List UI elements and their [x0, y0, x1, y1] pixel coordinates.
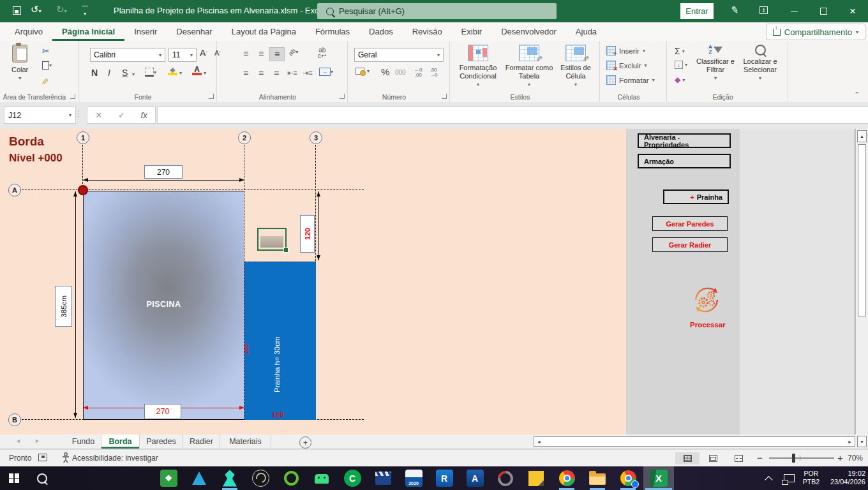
sort-filter-button[interactable]: AZ Classificar e Filtrar ▾ [695, 45, 736, 82]
insert-function-icon[interactable]: fx [141, 110, 147, 120]
tab-revisao[interactable]: Revisão [403, 22, 452, 41]
tab-formulas[interactable]: Fórmulas [306, 22, 359, 41]
sheet-tab-paredes[interactable]: Paredes [140, 434, 183, 449]
taskbar-teal-figure-app[interactable] [214, 466, 245, 490]
font-dialog-launcher[interactable] [209, 94, 214, 99]
taskbar-green-ring-app[interactable] [276, 466, 306, 490]
taskbar-search-button[interactable] [28, 466, 56, 490]
zoom-slider-track[interactable] [769, 457, 834, 459]
clipboard-dialog-launcher[interactable] [70, 94, 75, 99]
taskbar-autodesk-a-app[interactable]: A [460, 466, 490, 490]
italic-button[interactable]: I [108, 68, 110, 78]
taskbar-sticky-notes[interactable] [521, 466, 551, 490]
new-sheet-button[interactable]: + [299, 436, 311, 449]
armacao-button[interactable]: Armação [638, 154, 731, 168]
vertical-scroll-thumb[interactable] [858, 144, 866, 316]
taskbar-android-emulator[interactable] [306, 466, 337, 490]
accounting-format-button[interactable]: ▾ [355, 68, 370, 75]
align-bottom-button[interactable]: ≡ [269, 47, 285, 61]
taskbar-excel[interactable]: X [643, 466, 674, 490]
enter-icon[interactable]: ✓ [118, 110, 125, 120]
taskbar-obs-studio[interactable] [245, 466, 276, 490]
sheet-nav-right-icon[interactable]: ► [34, 438, 40, 444]
formula-input[interactable] [157, 107, 868, 124]
page-layout-view-button[interactable] [701, 452, 725, 464]
taskbar-camtasia[interactable]: C [337, 466, 368, 490]
vertical-scrollbar[interactable]: ▲ [855, 129, 868, 434]
font-color-button[interactable]: A [192, 66, 202, 75]
number-dialog-launcher[interactable] [442, 94, 447, 99]
align-middle-button[interactable]: ≡ [254, 47, 268, 60]
tab-pagina-inicial[interactable]: Página Inicial [52, 22, 124, 41]
zoom-out-button[interactable]: − [757, 452, 763, 463]
underline-options-chevron[interactable]: ▾ [132, 71, 135, 77]
tab-ajuda[interactable]: Ajuda [566, 22, 606, 41]
scroll-left-button[interactable]: ◄ [535, 438, 543, 445]
format-as-table-button[interactable]: ✎ Formatar como Tabela ▾ [504, 45, 555, 89]
clock-tray[interactable]: 19:02 23/04/2026 [823, 470, 865, 486]
comma-style-button[interactable]: 000 [395, 69, 406, 76]
wrap-text-button[interactable]: abc↩ [318, 47, 326, 59]
conditional-formatting-button[interactable]: Formatação Condicional ▾ [455, 45, 501, 89]
taskbar-chrome-profile[interactable] [613, 466, 643, 490]
ribbon-display-options-icon[interactable]: ↥ [760, 6, 768, 14]
font-name-combo[interactable]: Calibri▾ [90, 48, 165, 62]
tab-layout-da-pagina[interactable]: Layout da Página [222, 22, 306, 41]
taskbar-chrome[interactable] [551, 466, 582, 490]
tab-inserir[interactable]: Inserir [124, 22, 167, 41]
align-left-button[interactable]: ≡ [239, 66, 253, 79]
number-format-combo[interactable]: Geral▾ [354, 48, 444, 62]
increase-decimal-button[interactable]: ←0,00 [414, 68, 422, 78]
copy-button[interactable]: ▾ [42, 61, 52, 70]
taskbar-dark-swirl-app[interactable] [490, 466, 521, 490]
bold-button[interactable]: N [91, 68, 98, 78]
scroll-up-button[interactable]: ▲ [857, 130, 867, 142]
selected-cell[interactable] [257, 228, 287, 251]
alvenaria-properties-button[interactable]: Alvenaria - Propriedades [638, 133, 731, 148]
network-tray-icon[interactable] [784, 474, 795, 482]
decrease-decimal-button[interactable]: ,00→0 [430, 68, 437, 78]
customize-quick-access-icon[interactable]: ▾ [82, 6, 88, 20]
taskbar-revit[interactable]: R [429, 466, 460, 490]
gerar-paredes-button[interactable]: Gerar Paredes [652, 216, 728, 231]
zoom-in-button[interactable]: + [837, 452, 843, 463]
page-break-view-button[interactable] [726, 452, 751, 464]
delete-cells-button[interactable]: ✕ Excluir▾ [606, 61, 647, 70]
save-icon[interactable] [13, 6, 21, 15]
format-painter-button[interactable]: ✎ [40, 78, 50, 85]
sheet-tab-materiais[interactable]: Materiais [220, 434, 271, 449]
tab-dados[interactable]: Dados [359, 22, 403, 41]
cancel-icon[interactable]: ✕ [95, 110, 102, 120]
taskbar-app-2020[interactable]: 2020 [398, 466, 429, 490]
share-button[interactable]: Compartilhamento ▾ [766, 24, 865, 40]
increase-font-button[interactable]: Aˆ [200, 48, 207, 58]
accessibility-status[interactable]: Acessibilidade: investigar [72, 454, 158, 463]
cut-button[interactable]: ✂ [42, 46, 50, 56]
orientation-button[interactable]: ab▾ [288, 48, 298, 56]
borders-button[interactable]: ▾ [145, 68, 156, 77]
minimize-button[interactable] [781, 0, 807, 22]
search-box[interactable]: Pesquisar (Alt+G) [317, 3, 557, 19]
insert-cells-button[interactable]: ＋ Inserir▾ [606, 46, 645, 56]
collapse-ribbon-button[interactable]: ⌃ [854, 91, 860, 99]
gerar-radier-button[interactable]: Gerar Radier [652, 237, 728, 252]
find-select-button[interactable]: Localizar e Selecionar ▾ [738, 45, 782, 82]
ink-pen-icon[interactable]: ✎ [730, 4, 740, 17]
sheet-tab-fundo[interactable]: Fundo [66, 434, 101, 449]
zoom-slider-thumb[interactable] [792, 454, 795, 463]
fill-color-chevron[interactable]: ▾ [179, 70, 182, 76]
sheet-tab-radier[interactable]: Radier [183, 434, 220, 449]
autosum-button[interactable]: Σ▾ [675, 46, 685, 56]
macro-record-icon[interactable] [38, 454, 47, 461]
paste-button[interactable]: Colar ▾ [11, 45, 28, 82]
normal-view-button[interactable] [675, 452, 700, 464]
add-prainha-button[interactable]: + Prainha [663, 189, 729, 204]
clear-button[interactable]: ◆▾ [675, 75, 685, 84]
taskbar-file-explorer[interactable] [582, 466, 613, 490]
increase-indent-button[interactable]: ⇥≡ [303, 69, 313, 77]
taskbar-video-clapper-app[interactable] [368, 466, 398, 490]
restore-button[interactable] [811, 0, 836, 22]
tab-desenhar[interactable]: Desenhar [167, 22, 221, 41]
alignment-dialog-launcher[interactable] [340, 94, 345, 99]
sign-in-button[interactable]: Entrar [680, 3, 714, 19]
